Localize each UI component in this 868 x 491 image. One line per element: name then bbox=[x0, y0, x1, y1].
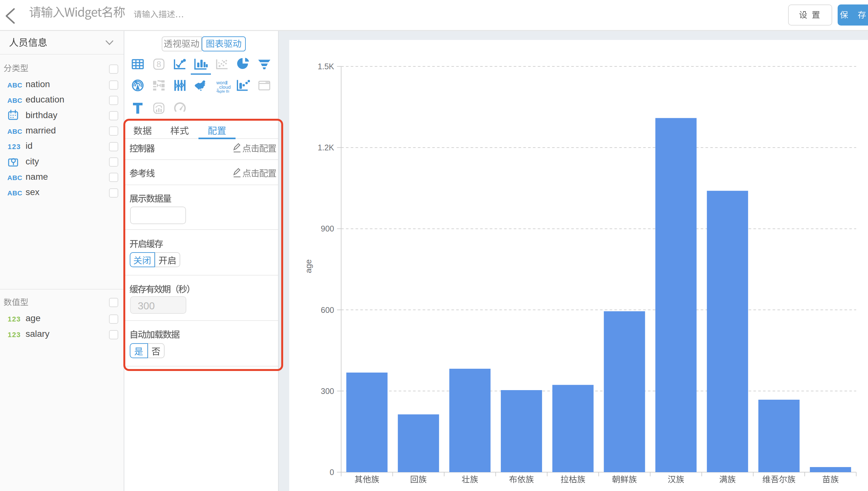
svg-text:1.2K: 1.2K bbox=[318, 143, 334, 152]
svg-text:600: 600 bbox=[321, 306, 334, 314]
svg-text:900: 900 bbox=[321, 224, 334, 233]
svg-text:300: 300 bbox=[321, 386, 334, 396]
svg-text:0: 0 bbox=[330, 468, 334, 476]
svg-text:age: age bbox=[304, 259, 313, 273]
svg-text:1.5K: 1.5K bbox=[318, 62, 334, 71]
